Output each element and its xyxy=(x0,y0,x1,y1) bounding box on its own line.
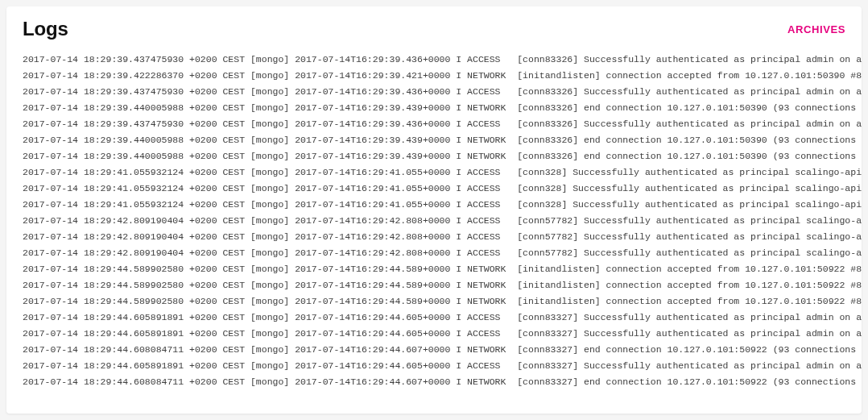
archives-link[interactable]: ARCHIVES xyxy=(787,23,845,35)
page-title: Logs xyxy=(23,18,68,40)
log-line: 2017-07-14 18:29:39.437475930 +0200 CEST… xyxy=(23,52,862,68)
log-line: 2017-07-14 18:29:42.809190404 +0200 CEST… xyxy=(23,213,862,229)
log-line: 2017-07-14 18:29:39.440005988 +0200 CEST… xyxy=(23,132,862,148)
log-line: 2017-07-14 18:29:41.055932124 +0200 CEST… xyxy=(23,164,862,181)
log-line: 2017-07-14 18:29:39.422286370 +0200 CEST… xyxy=(23,68,862,84)
log-line: 2017-07-14 18:29:44.608084711 +0200 CEST… xyxy=(23,342,862,358)
log-line: 2017-07-14 18:29:39.437475930 +0200 CEST… xyxy=(23,84,862,100)
log-line: 2017-07-14 18:29:44.605891891 +0200 CEST… xyxy=(23,358,862,374)
log-line: 2017-07-14 18:29:44.589902580 +0200 CEST… xyxy=(23,277,862,293)
log-line: 2017-07-14 18:29:44.589902580 +0200 CEST… xyxy=(23,261,862,277)
log-line: 2017-07-14 18:29:41.055932124 +0200 CEST… xyxy=(23,197,862,213)
log-line: 2017-07-14 18:29:39.440005988 +0200 CEST… xyxy=(23,100,862,116)
log-line: 2017-07-14 18:29:39.437475930 +0200 CEST… xyxy=(23,116,862,132)
logs-panel: Logs ARCHIVES 2017-07-14 18:29:39.437475… xyxy=(6,6,862,414)
log-viewport[interactable]: 2017-07-14 18:29:39.437475930 +0200 CEST… xyxy=(6,52,862,414)
log-line: 2017-07-14 18:29:44.589902580 +0200 CEST… xyxy=(23,293,862,310)
log-line: 2017-07-14 18:29:44.605891891 +0200 CEST… xyxy=(23,326,862,342)
log-line: 2017-07-14 18:29:42.809190404 +0200 CEST… xyxy=(23,245,862,261)
log-line: 2017-07-14 18:29:42.809190404 +0200 CEST… xyxy=(23,229,862,245)
log-line: 2017-07-14 18:29:44.608084711 +0200 CEST… xyxy=(23,374,862,390)
log-line: 2017-07-14 18:29:41.055932124 +0200 CEST… xyxy=(23,181,862,197)
log-line: 2017-07-14 18:29:44.605891891 +0200 CEST… xyxy=(23,310,862,326)
logs-header: Logs ARCHIVES xyxy=(6,6,862,52)
log-line: 2017-07-14 18:29:39.440005988 +0200 CEST… xyxy=(23,148,862,164)
